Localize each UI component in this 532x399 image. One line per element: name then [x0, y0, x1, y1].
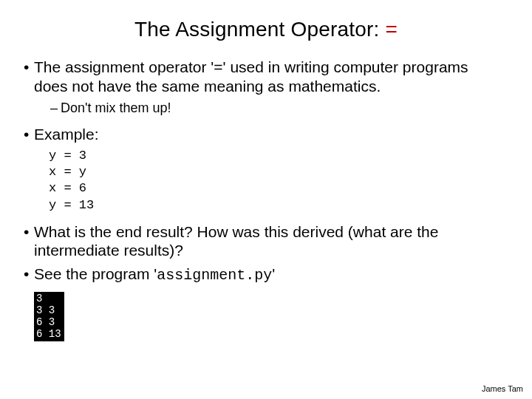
bullet-4-pre: See the program ' [34, 265, 157, 282]
title-text: The Assignment Operator: [134, 18, 386, 41]
bullet-1: The assignment operator '=' used in writ… [24, 58, 511, 117]
sub-bullet-1: Don't mix them up! [50, 100, 511, 117]
bullet-1-line1: The assignment operator '=' used in writ… [34, 58, 468, 75]
terminal-output: 3 3 3 6 3 6 13 [34, 292, 64, 341]
bullet-2: Example: [24, 125, 511, 144]
bullet-1-line2: does not have the same meaning as mathem… [34, 78, 381, 95]
bullet-3-line1: What is the end result? How was this der… [34, 223, 438, 240]
code-example: y = 3 x = y x = 6 y = 13 [49, 148, 511, 213]
bullet-4-post: ' [272, 265, 275, 282]
slide-title: The Assignment Operator: = [21, 18, 511, 41]
bullet-3-line2: intermediate results)? [34, 242, 183, 259]
bullet-list-2: What is the end result? How was this der… [21, 222, 511, 285]
footer-author: James Tam [482, 384, 523, 393]
title-accent: = [386, 18, 398, 41]
bullet-list: The assignment operator '=' used in writ… [21, 58, 511, 143]
sub-list-1: Don't mix them up! [34, 100, 511, 117]
bullet-4-code: assignment.py [157, 267, 272, 284]
bullet-4: See the program 'assignment.py' [24, 265, 511, 284]
bullet-3: What is the end result? How was this der… [24, 222, 511, 260]
slide: The Assignment Operator: = The assignmen… [0, 0, 532, 399]
